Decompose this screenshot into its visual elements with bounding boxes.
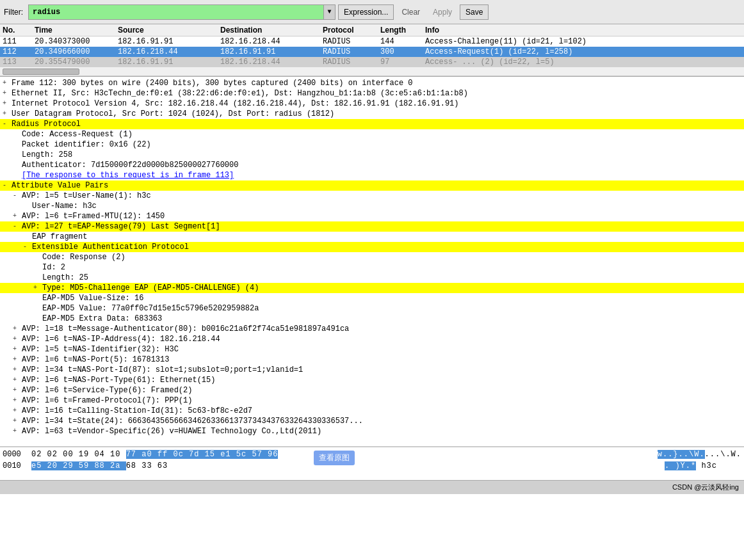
table-row[interactable]: 112 20.349666000 182.16.218.44 182.16.91… [0, 47, 744, 57]
detail-line[interactable]: +AVP: l=63 t=Vendor-Specific(26) v=HUAWE… [0, 426, 744, 436]
detail-line[interactable]: +Internet Protocol Version 4, Src: 182.1… [0, 99, 744, 109]
expand-icon[interactable]: + [13, 365, 22, 375]
packet-len: 97 [380, 58, 425, 67]
detail-line[interactable]: +Ethernet II, Src: H3cTechn_de:f0:e1 (38… [0, 88, 744, 99]
packet-dst: 182.16.218.44 [220, 37, 323, 46]
status-bar: CSDN @云淡风轻ing [0, 480, 744, 494]
view-original-button[interactable]: 查看原图 [314, 451, 355, 465]
scrollbar-thumb[interactable] [3, 68, 79, 75]
hex-row: 0010e5 20 29 59 88 2a 68 33 63. )Y.* h3c [3, 460, 741, 472]
detail-line: Length: 25 [0, 273, 744, 283]
expand-icon[interactable]: - [3, 180, 12, 191]
detail-text: Code: Response (2) [42, 252, 125, 262]
packet-time: 20.355479000 [35, 58, 118, 67]
expand-icon[interactable]: + [13, 355, 22, 365]
detail-text: Ethernet II, Src: H3cTechn_de:f0:e1 (38:… [12, 88, 468, 99]
detail-line[interactable]: +AVP: l=6 t=NAS-IP-Address(4): 182.16.21… [0, 334, 744, 344]
hex-ascii: w..}..\W....\.W. [658, 449, 741, 460]
table-row[interactable]: 113 20.355479000 182.16.91.91 182.16.218… [0, 57, 744, 67]
expand-icon[interactable]: - [13, 191, 22, 201]
expand-icon[interactable]: + [3, 78, 12, 88]
filter-input[interactable] [28, 4, 324, 20]
detail-line[interactable]: +AVP: l=18 t=Message-Authenticator(80): … [0, 324, 744, 334]
expand-icon[interactable]: + [3, 109, 12, 119]
detail-line[interactable]: -AVP: l=5 t=User-Name(1): h3c [0, 191, 744, 201]
detail-text: AVP: l=6 t=NAS-Port-Type(61): Ethernet(1… [22, 375, 215, 385]
expand-icon[interactable]: + [13, 334, 22, 344]
expand-icon[interactable]: + [13, 385, 22, 396]
detail-line[interactable]: +AVP: l=6 t=NAS-Port-Type(61): Ethernet(… [0, 375, 744, 385]
detail-text: Length: 258 [22, 150, 72, 160]
col-header-info: Info [425, 26, 741, 35]
detail-text: AVP: l=16 t=Calling-Station-Id(31): 5c63… [22, 406, 252, 416]
expand-icon[interactable]: + [13, 324, 22, 334]
filter-bar: Filter: ▼ Expression... Clear Apply Save [0, 0, 744, 24]
detail-text: AVP: l=5 t=NAS-Identifier(32): H3C [22, 344, 179, 355]
detail-line[interactable]: +AVP: l=5 t=NAS-Identifier(32): H3C [0, 344, 744, 355]
detail-line[interactable]: +Frame 112: 300 bytes on wire (2400 bits… [0, 78, 744, 88]
col-header-no: No. [3, 26, 35, 35]
expand-icon[interactable]: + [3, 99, 12, 109]
filter-dropdown-btn[interactable]: ▼ [324, 4, 336, 20]
detail-text: Frame 112: 300 bytes on wire (2400 bits)… [12, 78, 413, 88]
detail-line: [The response to this request is in fram… [0, 170, 744, 180]
expand-icon[interactable]: + [13, 406, 22, 416]
expand-icon[interactable]: + [13, 211, 22, 221]
expand-icon[interactable]: + [33, 283, 42, 293]
detail-line[interactable]: -AVP: l=27 t=EAP-Message(79) Last Segmen… [0, 221, 744, 232]
apply-button[interactable]: Apply [428, 4, 457, 20]
detail-line[interactable]: +Type: MD5-Challenge EAP (EAP-MD5-CHALLE… [0, 283, 744, 293]
detail-line[interactable]: +AVP: l=6 t=Framed-Protocol(7): PPP(1) [0, 396, 744, 406]
detail-line: EAP fragment [0, 232, 744, 242]
detail-line: EAP-MD5 Value: 77a0ff0c7d15e15c5796e5202… [0, 303, 744, 314]
expand-icon[interactable]: + [13, 416, 22, 426]
detail-text: AVP: l=5 t=User-Name(1): h3c [22, 191, 151, 201]
expand-icon[interactable]: + [13, 375, 22, 385]
ascii-highlight: w..}..\W. [658, 450, 705, 459]
horizontal-scrollbar[interactable] [0, 67, 744, 76]
expand-icon[interactable]: - [3, 119, 12, 129]
packet-info: Access-Request(1) (id=22, l=258) [425, 47, 741, 56]
detail-text[interactable]: [The response to this request is in fram… [22, 170, 234, 180]
detail-line: Code: Response (2) [0, 252, 744, 262]
detail-line[interactable]: +AVP: l=6 t=Service-Type(6): Framed(2) [0, 385, 744, 396]
detail-text: EAP-MD5 Value-Size: 16 [42, 293, 143, 303]
clear-button[interactable]: Clear [396, 4, 425, 20]
packet-info: Access-Challenge(11) (id=21, l=102) [425, 37, 741, 46]
detail-line[interactable]: -Extensible Authentication Protocol [0, 242, 744, 252]
detail-line[interactable]: +AVP: l=6 t=Framed-MTU(12): 1450 [0, 211, 744, 221]
detail-text: EAP-MD5 Extra Data: 683363 [42, 314, 162, 324]
detail-line[interactable]: +AVP: l=16 t=Calling-Station-Id(31): 5c6… [0, 406, 744, 416]
packet-len: 144 [380, 37, 425, 46]
expand-icon[interactable]: + [3, 88, 12, 99]
detail-text: AVP: l=6 t=NAS-Port(5): 16781313 [22, 355, 169, 365]
hex-normal: 02 02 00 19 04 10 [31, 450, 126, 459]
expression-button[interactable]: Expression... [338, 4, 394, 20]
detail-line[interactable]: +AVP: l=34 t=State(24): 6663643565666346… [0, 416, 744, 426]
status-right: CSDN @云淡风轻ing [672, 483, 739, 492]
packet-info: Access- ... (2) (id=22, l=5) [425, 58, 741, 67]
detail-line[interactable]: +AVP: l=34 t=NAS-Port-Id(87): slot=1;sub… [0, 365, 744, 375]
table-row[interactable]: 111 20.340373000 182.16.91.91 182.16.218… [0, 36, 744, 47]
detail-line: Code: Access-Request (1) [0, 129, 744, 140]
packet-rows: 111 20.340373000 182.16.91.91 182.16.218… [0, 36, 744, 67]
detail-text: EAP fragment [32, 232, 87, 242]
hex-highlight: e5 20 29 59 88 2a [31, 461, 126, 470]
expand-icon[interactable]: - [23, 242, 32, 252]
expand-icon[interactable]: - [13, 221, 22, 232]
detail-text: EAP-MD5 Value: 77a0ff0c7d15e15c5796e5202… [42, 303, 259, 314]
save-button[interactable]: Save [460, 4, 489, 20]
expand-icon[interactable]: + [13, 396, 22, 406]
detail-line[interactable]: +User Datagram Protocol, Src Port: 1024 … [0, 109, 744, 119]
filter-input-wrapper: ▼ [28, 4, 336, 20]
packet-src: 182.16.218.44 [118, 47, 220, 56]
hex-ascii: . )Y.* h3c [665, 460, 741, 472]
detail-line[interactable]: +AVP: l=6 t=NAS-Port(5): 16781313 [0, 355, 744, 365]
packet-src: 182.16.91.91 [118, 37, 220, 46]
detail-line[interactable]: -Radius Protocol [0, 119, 744, 129]
detail-text: Type: MD5-Challenge EAP (EAP-MD5-CHALLEN… [42, 283, 259, 293]
detail-text: Length: 25 [42, 273, 88, 283]
detail-line[interactable]: -Attribute Value Pairs [0, 180, 744, 191]
expand-icon[interactable]: + [13, 344, 22, 355]
expand-icon[interactable]: + [13, 426, 22, 436]
